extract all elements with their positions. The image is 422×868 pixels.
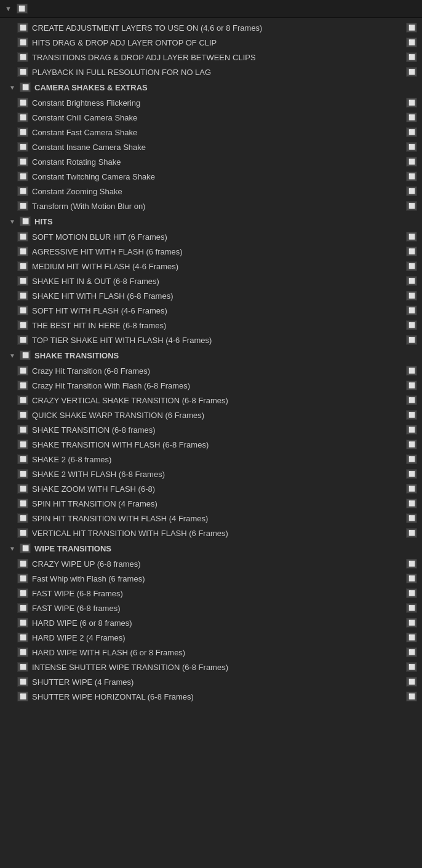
item-right-icon: ⬜ [406, 306, 417, 315]
item-right-icon: ⬜ [406, 410, 417, 420]
list-item[interactable]: ⬜ SPIN HIT TRANSITION WITH FLASH (4 Fram… [0, 511, 422, 526]
top-item[interactable]: ⬜ CREATE ADJUSTMENT LAYERS TO USE ON (4,… [0, 20, 422, 35]
item-right-icon: ⬜ [406, 588, 417, 598]
list-item[interactable]: ⬜ FAST WIPE (6-8 frames) ⬜ [0, 601, 422, 615]
item-label: Constant Brightness Flickering [32, 98, 402, 108]
top-item[interactable]: ⬜ PLAYBACK IN FULL RESOLUTION FOR NO LAG… [0, 65, 422, 79]
item-label: SPIN HIT TRANSITION (4 Frames) [32, 499, 402, 508]
item-label: SHAKE HIT IN & OUT (6-8 Frames) [32, 277, 402, 286]
item-left-icon: ⬜ [17, 618, 28, 628]
item-left-icon: ⬜ [17, 603, 28, 613]
item-label: Constant Fast Camera Shake [32, 128, 402, 137]
item-label: FAST WIPE (6-8 frames) [32, 604, 402, 613]
item-left-icon: ⬜ [17, 98, 28, 108]
section-header-wipe-transitions[interactable]: ▼ ⬜ WIPE TRANSITIONS [0, 540, 422, 556]
item-right-icon: ⬜ [406, 261, 417, 271]
list-item[interactable]: ⬜ HARD WIPE 2 (4 Frames) ⬜ [0, 630, 422, 645]
main-content: ⬜ CREATE ADJUSTMENT LAYERS TO USE ON (4,… [0, 18, 422, 704]
item-left-icon: ⬜ [17, 410, 28, 420]
list-item[interactable]: ⬜ SPIN HIT TRANSITION (4 Frames) ⬜ [0, 496, 422, 511]
list-item[interactable]: ⬜ Constant Brightness Flickering ⬜ [0, 95, 422, 110]
item-label: Constant Rotating Shake [32, 157, 402, 167]
section-header-shake-transitions[interactable]: ▼ ⬜ SHAKE TRANSITIONS [0, 347, 422, 363]
item-right-icon: ⬜ [406, 172, 417, 181]
list-item[interactable]: ⬜ Transform (With Motion Blur on) ⬜ [0, 199, 422, 213]
top-item[interactable]: ⬜ HITS DRAG & DROP ADJ LAYER ONTOP OF CL… [0, 35, 422, 50]
sections-container: ▼ ⬜ CAMERA SHAKES & EXTRAS ⬜ Constant Br… [0, 79, 422, 704]
list-item[interactable]: ⬜ HARD WIPE WITH FLASH (6 or 8 Frames) ⬜ [0, 645, 422, 660]
section-folder-icon: ⬜ [20, 216, 31, 226]
item-left-icon: ⬜ [17, 484, 28, 494]
list-item[interactable]: ⬜ Constant Rotating Shake ⬜ [0, 154, 422, 169]
item-label: FAST WIPE (6-8 Frames) [32, 589, 402, 598]
list-item[interactable]: ⬜ SOFT HIT WITH FLASH (4-6 Frames) ⬜ [0, 303, 422, 318]
item-left-icon: ⬜ [17, 142, 28, 152]
top-item[interactable]: ⬜ TRANSITIONS DRAG & DROP ADJ LAYER BETW… [0, 50, 422, 65]
item-label: HITS DRAG & DROP ADJ LAYER ONTOP OF CLIP [32, 38, 402, 47]
section-header-hits[interactable]: ▼ ⬜ HITS [0, 213, 422, 229]
list-item[interactable]: ⬜ SHAKE TRANSITION WITH FLASH (6-8 Frame… [0, 437, 422, 452]
list-item[interactable]: ⬜ Constant Fast Camera Shake ⬜ [0, 125, 422, 140]
item-right-icon: ⬜ [406, 633, 417, 642]
item-right-icon: ⬜ [406, 440, 417, 449]
item-left-icon: ⬜ [17, 425, 28, 435]
item-right-icon: ⬜ [406, 291, 417, 301]
list-item[interactable]: ⬜ CRAZY WIPE UP (6-8 frames) ⬜ [0, 556, 422, 571]
list-item[interactable]: ⬜ FAST WIPE (6-8 Frames) ⬜ [0, 586, 422, 601]
list-item[interactable]: ⬜ TOP TIER SHAKE HIT WITH FLASH (4-6 Fra… [0, 333, 422, 347]
item-right-icon: ⬜ [406, 157, 417, 167]
list-item[interactable]: ⬜ SHUTTER WIPE (4 Frames) ⬜ [0, 674, 422, 689]
list-item[interactable]: ⬜ QUICK SHAKE WARP TRANSITION (6 Frames)… [0, 408, 422, 422]
item-right-icon: ⬜ [406, 335, 417, 345]
list-item[interactable]: ⬜ SOFT MOTION BLUR HIT (6 Frames) ⬜ [0, 229, 422, 244]
list-item[interactable]: ⬜ SHUTTER WIPE HORIZONTAL (6-8 Frames) ⬜ [0, 689, 422, 704]
list-item[interactable]: ⬜ MEDIUM HIT WITH FLASH (4-6 Frames) ⬜ [0, 259, 422, 274]
collapse-arrow[interactable]: ▼ [5, 5, 12, 12]
section-header-camera-shakes[interactable]: ▼ ⬜ CAMERA SHAKES & EXTRAS [0, 79, 422, 95]
item-left-icon: ⬜ [17, 440, 28, 449]
item-label: SHAKE 2 (6-8 frames) [32, 455, 402, 464]
list-item[interactable]: ⬜ Crazy Hit Transition (6-8 Frames) ⬜ [0, 363, 422, 378]
list-item[interactable]: ⬜ Constant Insane Camera Shake ⬜ [0, 140, 422, 154]
item-label: Constant Chill Camera Shake [32, 113, 402, 122]
list-item[interactable]: ⬜ SHAKE HIT WITH FLASH (6-8 Frames) ⬜ [0, 288, 422, 303]
item-right-icon: ⬜ [406, 484, 417, 494]
item-left-icon: ⬜ [17, 157, 28, 167]
item-right-icon: ⬜ [406, 469, 417, 479]
section-label: WIPE TRANSITIONS [34, 544, 111, 553]
item-label: CRAZY WIPE UP (6-8 frames) [32, 559, 402, 569]
item-left-icon: ⬜ [17, 677, 28, 687]
item-right-icon: ⬜ [406, 499, 417, 508]
list-item[interactable]: ⬜ THE BEST HIT IN HERE (6-8 frames) ⬜ [0, 318, 422, 333]
item-right-icon: ⬜ [406, 201, 417, 211]
item-label: SOFT HIT WITH FLASH (4-6 Frames) [32, 306, 402, 315]
list-item[interactable]: ⬜ Constant Twitching Camera Shake ⬜ [0, 169, 422, 184]
list-item[interactable]: ⬜ INTENSE SHUTTER WIPE TRANSITION (6-8 F… [0, 660, 422, 674]
item-right-icon: ⬜ [406, 425, 417, 435]
list-item[interactable]: ⬜ HARD WIPE (6 or 8 frames) ⬜ [0, 615, 422, 630]
item-left-icon: ⬜ [17, 574, 28, 583]
item-label: SPIN HIT TRANSITION WITH FLASH (4 Frames… [32, 514, 402, 523]
item-left-icon: ⬜ [17, 67, 28, 77]
list-item[interactable]: ⬜ SHAKE 2 (6-8 frames) ⬜ [0, 452, 422, 467]
list-item[interactable]: ⬜ VERTICAL HIT TRANSITION WITH FLASH (6 … [0, 526, 422, 540]
list-item[interactable]: ⬜ AGRESSIVE HIT WITH FLASH (6 frames) ⬜ [0, 244, 422, 259]
item-label: SHAKE TRANSITION WITH FLASH (6-8 Frames) [32, 440, 402, 449]
list-item[interactable]: ⬜ Constant Chill Camera Shake ⬜ [0, 110, 422, 125]
item-left-icon: ⬜ [17, 588, 28, 598]
item-right-icon: ⬜ [406, 67, 417, 77]
item-left-icon: ⬜ [17, 559, 28, 569]
list-item[interactable]: ⬜ SHAKE TRANSITION (6-8 frames) ⬜ [0, 422, 422, 437]
item-label: TOP TIER SHAKE HIT WITH FLASH (4-6 Frame… [32, 336, 402, 345]
list-item[interactable]: ⬜ Crazy Hit Transition With Flash (6-8 F… [0, 378, 422, 393]
list-item[interactable]: ⬜ SHAKE ZOOM WITH FLASH (6-8) ⬜ [0, 481, 422, 496]
item-left-icon: ⬜ [17, 247, 28, 256]
list-item[interactable]: ⬜ CRAZY VERTICAL SHAKE TRANSITION (6-8 F… [0, 393, 422, 408]
list-item[interactable]: ⬜ SHAKE 2 WITH FLASH (6-8 Frames) ⬜ [0, 467, 422, 481]
list-item[interactable]: ⬜ SHAKE HIT IN & OUT (6-8 Frames) ⬜ [0, 274, 422, 288]
list-item[interactable]: ⬜ Fast Whip with Flash (6 frames) ⬜ [0, 571, 422, 586]
item-label: Fast Whip with Flash (6 frames) [32, 574, 402, 583]
item-right-icon: ⬜ [406, 52, 417, 62]
item-label: SHAKE ZOOM WITH FLASH (6-8) [32, 484, 402, 494]
list-item[interactable]: ⬜ Constant Zooming Shake ⬜ [0, 184, 422, 199]
